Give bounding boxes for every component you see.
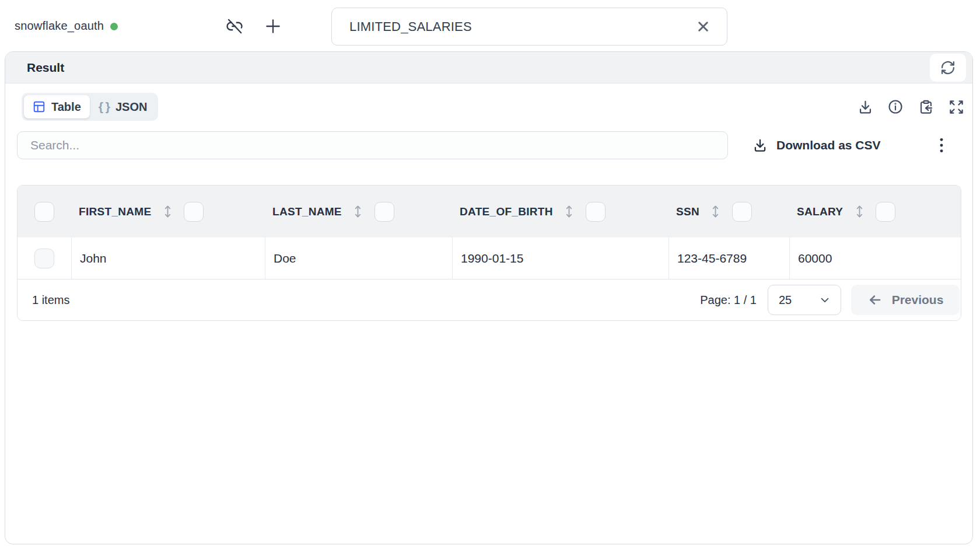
tab-json-label: JSON xyxy=(116,100,147,114)
sort-arrows-icon xyxy=(564,204,575,219)
result-header: Result xyxy=(5,52,972,83)
close-tab-button[interactable] xyxy=(694,18,712,36)
table-cell: 60000 xyxy=(789,237,961,279)
view-toggle: Table { } JSON xyxy=(22,93,158,121)
result-title: Result xyxy=(27,61,64,75)
table-header-cell: FIRST_NAME xyxy=(71,202,265,222)
table-grid-icon xyxy=(33,100,46,113)
query-tab[interactable]: LIMITED_SALARIES xyxy=(331,8,727,46)
refresh-button[interactable] xyxy=(930,54,966,82)
column-label: LAST_NAME xyxy=(272,205,342,218)
table-row: John Doe 1990-01-15 123-45-6789 60000 xyxy=(18,237,961,279)
plus-icon xyxy=(264,17,282,36)
column-label: FIRST_NAME xyxy=(79,205,151,218)
column-checkbox[interactable] xyxy=(586,202,606,222)
arrow-left-icon xyxy=(867,292,883,308)
info-icon xyxy=(887,99,904,115)
result-content: Table { } JSON xyxy=(5,93,972,321)
sort-button[interactable] xyxy=(564,204,575,220)
column-checkbox[interactable] xyxy=(184,202,204,222)
connection-status-dot xyxy=(110,23,118,30)
table-header-cell: LAST_NAME xyxy=(265,202,452,222)
previous-page-button[interactable]: Previous xyxy=(851,285,960,315)
connection-name: snowflake_oauth xyxy=(15,19,104,33)
tab-table-view[interactable]: Table xyxy=(24,95,90,118)
page-size-select[interactable]: 25 xyxy=(768,285,841,315)
table-header-cell: DATE_OF_BIRTH xyxy=(452,202,668,222)
sort-arrows-icon xyxy=(352,204,363,219)
table-header-row: FIRST_NAME LAST_NAME xyxy=(18,186,961,237)
table-cell: 123-45-6789 xyxy=(668,237,789,279)
select-all-checkbox[interactable] xyxy=(34,202,54,222)
column-label: SALARY xyxy=(797,205,843,218)
table-cell: Doe xyxy=(265,237,452,279)
table-cell: 1990-01-15 xyxy=(452,237,668,279)
table-footer: 1 items Page: 1 / 1 25 xyxy=(18,279,961,320)
download-icon xyxy=(752,138,768,153)
sort-button[interactable] xyxy=(710,204,722,220)
download-icon xyxy=(858,99,873,115)
unlink-icon xyxy=(226,18,243,35)
cell-value: John xyxy=(80,251,107,265)
cell-value: 60000 xyxy=(798,251,832,265)
add-tab-button[interactable] xyxy=(263,16,283,36)
sort-arrows-icon xyxy=(710,204,721,219)
row-checkbox[interactable] xyxy=(34,249,54,268)
cell-value: 1990-01-15 xyxy=(461,251,523,265)
disconnect-button[interactable] xyxy=(225,17,244,36)
copy-to-clipboard-button[interactable] xyxy=(917,98,935,116)
sort-button[interactable] xyxy=(853,204,865,220)
sort-button[interactable] xyxy=(162,204,173,220)
table-actions-row: Download as CSV xyxy=(17,131,965,159)
column-checkbox[interactable] xyxy=(876,202,895,222)
search-input[interactable] xyxy=(17,131,728,159)
curly-braces-icon: { } xyxy=(99,100,110,114)
chevron-down-icon xyxy=(818,294,831,306)
view-toggle-row: Table { } JSON xyxy=(22,93,965,121)
page-indicator: Page: 1 / 1 xyxy=(700,294,757,307)
column-checkbox[interactable] xyxy=(732,202,752,222)
page-size-value: 25 xyxy=(779,294,792,307)
column-label: SSN xyxy=(676,205,699,218)
items-count-label: 1 items xyxy=(32,294,69,307)
result-table: FIRST_NAME LAST_NAME xyxy=(17,185,961,321)
query-tab-title: LIMITED_SALARIES xyxy=(349,19,472,34)
download-result-button[interactable] xyxy=(856,98,874,116)
download-csv-label: Download as CSV xyxy=(776,138,881,152)
sort-arrows-icon xyxy=(162,204,173,219)
kebab-vertical-icon xyxy=(934,137,949,154)
pagination-controls: Page: 1 / 1 25 xyxy=(700,285,960,315)
connection-label: snowflake_oauth xyxy=(15,0,118,51)
sort-button[interactable] xyxy=(352,204,364,220)
expand-icon xyxy=(949,99,964,115)
expand-button[interactable] xyxy=(947,98,965,116)
column-checkbox[interactable] xyxy=(374,202,394,222)
table-header-cell: SALARY xyxy=(789,202,961,222)
result-panel: Result xyxy=(5,51,973,544)
previous-label: Previous xyxy=(892,293,944,307)
info-button[interactable] xyxy=(887,98,904,116)
column-label: DATE_OF_BIRTH xyxy=(460,205,553,218)
cell-value: Doe xyxy=(274,251,296,265)
table-menu-button[interactable] xyxy=(933,135,950,155)
download-csv-button[interactable]: Download as CSV xyxy=(752,138,881,153)
clipboard-paste-icon xyxy=(918,99,934,115)
refresh-icon xyxy=(940,60,956,76)
tab-json-view[interactable]: { } JSON xyxy=(90,95,156,118)
tab-table-label: Table xyxy=(51,100,81,114)
table-cell: John xyxy=(71,237,265,279)
close-icon xyxy=(695,19,711,34)
table-header-cell-select xyxy=(18,186,71,237)
result-toolbar xyxy=(856,98,965,116)
row-select-cell xyxy=(18,237,71,279)
sort-arrows-icon xyxy=(854,204,865,219)
table-header-cell: SSN xyxy=(668,202,789,222)
top-bar: snowflake_oauth LIMITED_SALARIES xyxy=(0,0,980,51)
cell-value: 123-45-6789 xyxy=(677,251,747,265)
